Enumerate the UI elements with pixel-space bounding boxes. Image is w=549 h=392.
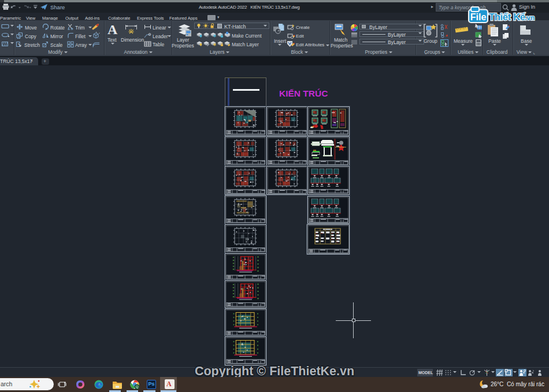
svg-text:Thiết Kế: Thiết Kế [489,12,526,22]
svg-text:Q: Q [136,385,139,389]
svg-text:.vn: .vn [525,14,535,22]
svg-text:File: File [470,12,487,22]
